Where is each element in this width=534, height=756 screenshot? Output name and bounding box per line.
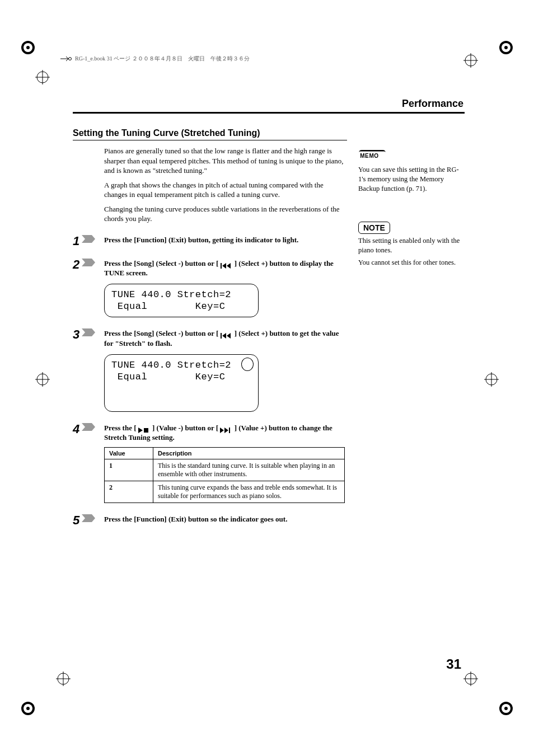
- svg-rect-34: [221, 263, 222, 269]
- svg-marker-47: [82, 514, 95, 522]
- play-stop-icon: [138, 426, 151, 431]
- svg-marker-39: [222, 333, 226, 339]
- step-marker-icon: [82, 259, 95, 266]
- intro-paragraph: A graph that shows the changes in pitch …: [104, 180, 347, 200]
- table-row: 2 This tuning curve expands the bass and…: [105, 481, 345, 503]
- svg-marker-45: [224, 428, 228, 433]
- lcd-display: TUNE 440.0 Stretch=2 Equal Key=C: [104, 284, 259, 318]
- table-row: 1 This is the standard tuning curve. It …: [105, 459, 345, 481]
- crosshair-icon: [35, 372, 50, 387]
- value-table: Value Description 1 This is the standard…: [104, 447, 345, 503]
- step-number: 4: [73, 422, 79, 436]
- svg-marker-35: [222, 263, 226, 269]
- main-column: Setting the Tuning Curve (Stretched Tuni…: [73, 128, 347, 527]
- table-cell: 1: [105, 459, 153, 481]
- step-row: 3 Press the [Song] (Select -) button or …: [73, 328, 347, 348]
- registration-mark-icon: [20, 39, 36, 56]
- step-marker-icon: [82, 514, 95, 522]
- step-row: 1 Press the [Function] (Exit) button, ge…: [73, 235, 347, 247]
- note-text: You cannot set this for other tones.: [358, 258, 465, 267]
- page-title: Performance: [73, 98, 465, 110]
- table-cell: This is the standard tuning curve. It is…: [153, 459, 345, 481]
- crosshair-icon: [484, 372, 499, 387]
- step-text: Press the [Function] (Exit) button, gett…: [104, 235, 347, 245]
- svg-marker-40: [227, 333, 231, 339]
- lcd-line: TUNE 440.0 Stretch=2: [111, 360, 231, 370]
- svg-text:MEMO: MEMO: [360, 153, 379, 159]
- svg-marker-37: [82, 328, 95, 336]
- step-text: Press the [Song] (Select -) button or [ …: [104, 259, 347, 278]
- lcd-line: TUNE 440.0 Stretch=2: [111, 289, 231, 300]
- registration-mark-icon: [20, 700, 36, 717]
- value-highlight-circle-icon: [241, 358, 254, 371]
- step-marker-icon: [82, 423, 95, 431]
- crosshair-icon: [35, 70, 50, 84]
- side-column: MEMO You can save this setting in the RG…: [358, 128, 465, 527]
- prev-track-icon: [221, 331, 233, 337]
- section-heading: Setting the Tuning Curve (Stretched Tuni…: [73, 128, 347, 138]
- crosshair-icon: [463, 53, 478, 68]
- step-text: Press the [ ] (Value -) button or [ ] (V…: [104, 423, 347, 443]
- svg-point-31: [69, 58, 72, 60]
- section-underline: [73, 140, 347, 140]
- lcd-line: Equal Key=C: [111, 301, 225, 312]
- step-text-pre: Press the [Song] (Select -) button or [: [104, 259, 221, 267]
- step-number: 1: [73, 234, 79, 248]
- step-text-pre: Press the [: [104, 424, 138, 432]
- horizontal-rule: [73, 112, 465, 114]
- table-cell: 2: [105, 481, 153, 503]
- memo-icon: MEMO: [358, 148, 386, 163]
- step-row: 4 Press the [ ] (Value -) button or [ ] …: [73, 423, 347, 443]
- svg-marker-42: [138, 428, 143, 433]
- page-number: 31: [446, 656, 461, 672]
- memo-text: You can save this setting in the RG-1's …: [358, 165, 465, 194]
- svg-point-5: [504, 46, 508, 49]
- svg-marker-36: [227, 263, 231, 269]
- svg-point-8: [26, 707, 30, 710]
- registration-mark-icon: [498, 39, 514, 56]
- svg-rect-46: [229, 428, 230, 433]
- svg-marker-32: [82, 235, 95, 243]
- step-text-mid: ] (Value -) button or [: [152, 424, 220, 432]
- svg-rect-43: [144, 428, 148, 433]
- table-header: Value: [105, 447, 153, 459]
- note-label: NOTE: [358, 222, 390, 234]
- next-track-icon: [220, 426, 232, 431]
- svg-marker-44: [220, 428, 224, 433]
- step-number: 3: [73, 327, 79, 341]
- document-header: RG-1_e.book 31 ページ ２００８年４月８日 火曜日 午後２時３６分: [60, 55, 250, 63]
- prev-track-icon: [221, 261, 233, 267]
- table-cell: This tuning curve expands the bass and t…: [153, 481, 345, 503]
- step-row: 2 Press the [Song] (Select -) button or …: [73, 259, 347, 278]
- note-text: This setting is enabled only with the pi…: [358, 236, 465, 255]
- memo-box: MEMO You can save this setting in the RG…: [358, 148, 465, 194]
- svg-point-2: [26, 46, 30, 49]
- step-marker-icon: [82, 235, 95, 243]
- step-marker-icon: [82, 328, 95, 336]
- step-text: Press the [Function] (Exit) button so th…: [104, 514, 347, 524]
- table-header-row: Value Description: [105, 447, 345, 459]
- svg-point-11: [504, 707, 508, 710]
- step-text: Press the [Song] (Select -) button or [ …: [104, 328, 347, 348]
- header-text: RG-1_e.book 31 ページ ２００８年４月８日 火曜日 午後２時３６分: [75, 55, 250, 63]
- lcd-display: TUNE 440.0 Stretch=2 Equal Key=C: [104, 354, 259, 412]
- crosshair-icon: [56, 672, 71, 686]
- intro-paragraph: Changing the tuning curve produces subtl…: [104, 204, 347, 224]
- registration-mark-icon: [498, 700, 514, 717]
- svg-marker-41: [82, 423, 95, 431]
- step-number: 2: [73, 257, 79, 271]
- table-header: Description: [153, 447, 345, 459]
- intro-paragraph: Pianos are generally tuned so that the l…: [104, 146, 347, 176]
- lcd-line: Equal Key=C: [111, 372, 225, 382]
- svg-marker-33: [82, 259, 95, 266]
- step-row: 5 Press the [Function] (Exit) button so …: [73, 514, 347, 527]
- crosshair-icon: [463, 672, 478, 686]
- note-box: NOTE This setting is enabled only with t…: [358, 222, 465, 268]
- svg-rect-38: [221, 333, 222, 339]
- step-text-pre: Press the [Song] (Select -) button or [: [104, 329, 221, 337]
- arrow-right-icon: [60, 55, 72, 63]
- step-number: 5: [73, 513, 79, 527]
